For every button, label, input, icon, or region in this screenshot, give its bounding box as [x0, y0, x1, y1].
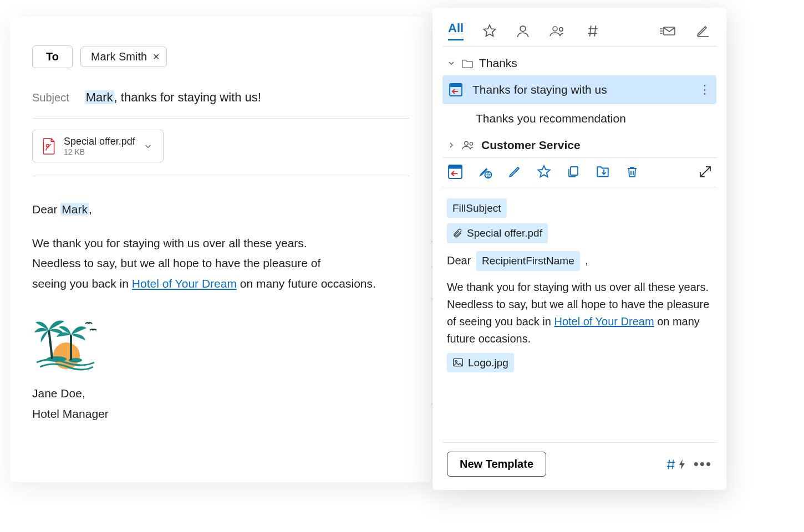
- subject-rest: , thanks for staying with us!: [114, 90, 261, 104]
- tab-edit[interactable]: [695, 24, 711, 38]
- svg-point-6: [559, 27, 563, 30]
- new-template-button[interactable]: New Template: [447, 452, 546, 477]
- tab-person[interactable]: [516, 24, 530, 38]
- tab-send[interactable]: [659, 24, 676, 38]
- people-icon: [549, 24, 567, 38]
- recipient-token-tag: RecipientFirstName: [476, 251, 580, 270]
- svg-rect-7: [664, 27, 675, 35]
- svg-rect-9: [450, 84, 462, 87]
- subject-row: Subject Mark, thanks for staying with us…: [32, 90, 409, 119]
- shortcuts-button[interactable]: [665, 458, 686, 470]
- to-button[interactable]: To: [32, 45, 73, 68]
- folder-thanks[interactable]: Thanks: [442, 47, 716, 75]
- tab-all[interactable]: All: [448, 21, 464, 40]
- greeting-name: Mark: [60, 203, 89, 216]
- templates-panel: All Thanks Thanks for staying: [432, 8, 726, 490]
- person-icon: [516, 24, 530, 38]
- image-icon: [452, 357, 464, 367]
- logo-tag: Logo.jpg: [447, 353, 514, 372]
- delete-button[interactable]: [625, 165, 639, 178]
- remove-recipient-icon[interactable]: ✕: [152, 52, 160, 62]
- panel-footer: New Template •••: [442, 442, 716, 479]
- svg-point-5: [553, 27, 557, 31]
- folder-icon: [461, 58, 474, 69]
- template-item-selected[interactable]: Thanks for staying with us ⋮: [442, 75, 716, 104]
- to-row: To Mark Smith ✕: [32, 45, 409, 68]
- greeting-suffix: ,: [89, 203, 92, 216]
- people-icon: [461, 139, 476, 151]
- chevron-down-icon: [447, 59, 456, 68]
- send-mail-icon: [659, 24, 676, 38]
- greeting-line: Dear Mark,: [32, 201, 409, 219]
- hash-icon: [586, 24, 600, 38]
- insert-button[interactable]: [448, 165, 462, 179]
- edit-button[interactable]: [508, 165, 521, 178]
- subject-input[interactable]: Mark, thanks for staying with us!: [85, 90, 261, 105]
- bolt-icon: [678, 459, 686, 470]
- subject-highlight: Mark: [85, 90, 114, 104]
- hash-icon: [665, 458, 677, 470]
- favorite-button[interactable]: [537, 165, 551, 179]
- paperclip-icon: [452, 228, 462, 238]
- logo-tag-label: Logo.jpg: [468, 355, 508, 371]
- body-line-1: We thank you for staying with us over al…: [32, 234, 409, 253]
- attachment-chip[interactable]: Special offer.pdf 12 KB: [32, 130, 164, 162]
- attachment-row: Special offer.pdf 12 KB: [32, 130, 409, 176]
- attachment-name: Special offer.pdf: [64, 136, 135, 147]
- more-button[interactable]: •••: [694, 456, 712, 473]
- tab-hash[interactable]: [586, 24, 600, 38]
- import-button[interactable]: [596, 165, 610, 179]
- greeting-prefix: Dear: [32, 203, 60, 216]
- svg-rect-13: [449, 165, 462, 169]
- svg-rect-15: [571, 167, 578, 175]
- signature-title: Hotel Manager: [32, 405, 409, 423]
- preview-body: We thank you for staying with us over al…: [447, 279, 712, 347]
- insert-template-icon: [449, 83, 462, 96]
- preview-dear: Dear: [447, 254, 471, 267]
- logo-image: [32, 316, 409, 371]
- folder-customer-service-label: Customer Service: [481, 139, 581, 152]
- body-3a: seeing you back in: [32, 277, 132, 290]
- pdf-icon: [42, 138, 56, 155]
- attachment-tag-label: Special offer.pdf: [467, 225, 542, 241]
- attachment-meta: Special offer.pdf 12 KB: [64, 136, 135, 156]
- svg-point-4: [520, 25, 526, 31]
- body-line-2: Needless to say, but we all hope to have…: [32, 254, 409, 273]
- svg-point-11: [470, 142, 472, 145]
- body-line-3: seeing you back in Hotel of Your Dream o…: [32, 275, 409, 293]
- body-3b: on many future occasions.: [237, 277, 376, 290]
- template-selected-label: Thanks for staying with us: [472, 83, 607, 96]
- copy-button[interactable]: [567, 165, 580, 178]
- attachment-tag: Special offer.pdf: [447, 223, 548, 243]
- star-icon: [482, 24, 497, 38]
- compose-pane: To Mark Smith ✕ Subject Mark, thanks for…: [10, 17, 431, 482]
- preview-comma: ,: [585, 254, 588, 267]
- svg-point-2: [47, 356, 67, 362]
- signature-name: Jane Doe,: [32, 385, 409, 403]
- folder-customer-service[interactable]: Customer Service: [442, 133, 716, 157]
- attachment-size: 12 KB: [64, 147, 135, 156]
- svg-point-10: [465, 142, 469, 146]
- template-preview: FillSubject Special offer.pdf Dear Recip…: [442, 187, 716, 442]
- preview-greeting: Dear RecipientFirstName ,: [447, 251, 712, 270]
- template-item-2[interactable]: Thanks you recommendation: [442, 104, 716, 133]
- template-2-label: Thanks you recommendation: [476, 112, 626, 125]
- hotel-link[interactable]: Hotel of Your Dream: [132, 277, 237, 290]
- email-body[interactable]: Dear Mark, We thank you for staying with…: [32, 201, 409, 423]
- filter-tabs: All: [442, 19, 716, 47]
- subject-label: Subject: [32, 91, 69, 104]
- chevron-right-icon: [447, 141, 456, 150]
- template-more-icon[interactable]: ⋮: [699, 88, 711, 93]
- tab-favorites[interactable]: [482, 24, 497, 38]
- tab-team[interactable]: [549, 24, 567, 38]
- recipient-chip[interactable]: Mark Smith ✕: [80, 47, 167, 67]
- edit-html-button[interactable]: [478, 165, 492, 179]
- preview-hotel-link[interactable]: Hotel of Your Dream: [554, 315, 654, 328]
- template-toolbar: [442, 157, 716, 187]
- svg-point-17: [455, 361, 457, 362]
- expand-button[interactable]: [699, 165, 712, 178]
- folder-thanks-label: Thanks: [479, 57, 517, 70]
- fillsubject-tag: FillSubject: [447, 198, 507, 218]
- chevron-down-icon[interactable]: [143, 141, 153, 151]
- recipient-name: Mark Smith: [91, 50, 147, 63]
